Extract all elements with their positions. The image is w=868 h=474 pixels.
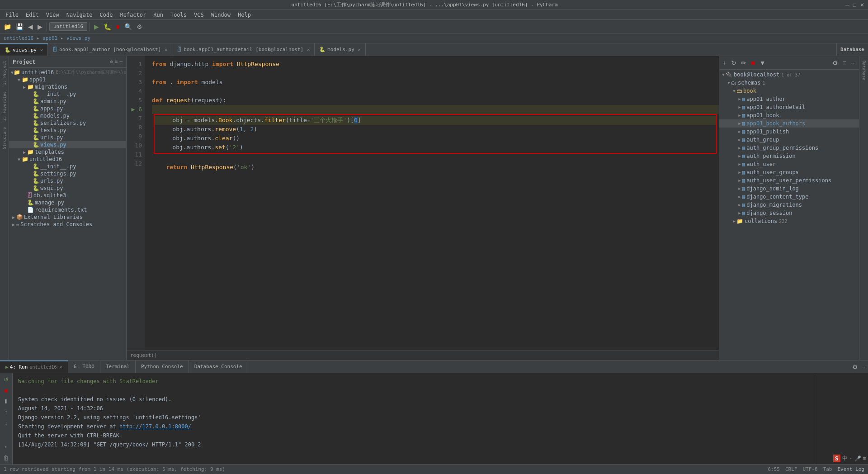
- db-edit-btn[interactable]: ✏: [739, 58, 748, 67]
- status-line-col[interactable]: 6:55: [768, 466, 780, 472]
- tree-untitled16-sub[interactable]: ▼ 📁 untitled16: [9, 156, 126, 163]
- maximize-button[interactable]: □: [853, 2, 856, 8]
- run-settings-btn[interactable]: ⚙: [850, 360, 860, 373]
- pause-btn[interactable]: ⏸: [2, 397, 11, 406]
- status-crlf[interactable]: CRLF: [785, 466, 797, 472]
- close-author-tab[interactable]: ✕: [165, 47, 167, 52]
- db-schemas[interactable]: ▼ 🗂 schemas 1: [719, 79, 859, 87]
- db-table-auth-permission[interactable]: ▶ ▦ auth_permission: [719, 152, 859, 160]
- tb-stop-btn[interactable]: ■: [114, 22, 121, 31]
- tb-open-btn[interactable]: 📁: [2, 22, 13, 31]
- db-table-app01-authordetail[interactable]: ▶ ▦ app01_authordetail: [719, 103, 859, 111]
- bottom-tab-run[interactable]: ▶ 4: Run untitled16 ✕: [0, 360, 68, 373]
- close-run-tab[interactable]: ✕: [60, 365, 62, 370]
- tree-init-app01[interactable]: 🐍 __init__.py: [9, 90, 126, 98]
- tree-settings[interactable]: 🐍 settings.py: [9, 170, 126, 177]
- db-refresh-btn[interactable]: ↻: [729, 58, 738, 67]
- close-models-tab[interactable]: ✕: [358, 47, 361, 52]
- tree-ext-libs[interactable]: ▶ 📦 External Libraries: [9, 213, 126, 221]
- db-collations[interactable]: ▶ 📁 collations 222: [719, 217, 859, 225]
- sidebar-tab-2[interactable]: 2: Favorites: [2, 89, 7, 123]
- tree-root-untitled16[interactable]: ▼ 📁 untitled16 E:\\工作\\pycharm练习课件\\unti…: [9, 69, 126, 76]
- db-table-auth-user-groups[interactable]: ▶ ▦ auth_user_groups: [719, 168, 859, 176]
- tb-run-btn[interactable]: ▶: [92, 22, 101, 31]
- tab-views-py[interactable]: 🐍 views.py ✕: [0, 43, 48, 56]
- menu-refactor[interactable]: Refactor: [116, 11, 150, 19]
- stop-btn[interactable]: ■: [2, 386, 11, 395]
- dev-server-link[interactable]: http://127.0.0.1:8000/: [119, 423, 191, 430]
- tree-urls-app01[interactable]: 🐍 urls.py: [9, 134, 126, 141]
- menu-edit[interactable]: Edit: [22, 11, 42, 19]
- tree-templates[interactable]: ▶ 📁 templates: [9, 148, 126, 156]
- status-message[interactable]: 1 row retrieved starting from 1 in 14 ms…: [4, 466, 225, 472]
- tree-models[interactable]: 🐍 models.py: [9, 112, 126, 119]
- tree-manage[interactable]: 🐍 manage.py: [9, 199, 126, 206]
- menu-code[interactable]: Code: [96, 11, 117, 19]
- tab-app01-authordetail[interactable]: 🗄 book.app01_authordetail [book@localhos…: [172, 43, 315, 56]
- run-close-btn[interactable]: ─: [860, 360, 868, 373]
- close-views-tab[interactable]: ✕: [40, 47, 43, 52]
- close-authordetail-tab[interactable]: ✕: [307, 47, 310, 52]
- right-tab-database[interactable]: Database: [861, 58, 867, 83]
- tree-wsgi[interactable]: 🐍 wsgi.py: [9, 185, 126, 192]
- clear-btn[interactable]: 🗑: [2, 453, 11, 462]
- tree-db-sqlite3[interactable]: 🗄 db.sqlite3: [9, 192, 126, 199]
- db-table-django-migrations[interactable]: ▶ ▦ django_migrations: [719, 201, 859, 209]
- menu-run[interactable]: Run: [150, 11, 167, 19]
- rerun-btn[interactable]: ↺: [2, 375, 11, 384]
- tree-serializers[interactable]: 🐍 serializers.py: [9, 119, 126, 127]
- db-table-django-content-type[interactable]: ▶ ▦ django_content_type: [719, 193, 859, 201]
- db-filter-btn[interactable]: ▼: [758, 58, 768, 67]
- tree-apps[interactable]: 🐍 apps.py: [9, 105, 126, 112]
- tb-search-btn[interactable]: 🔍: [123, 22, 134, 31]
- soft-wrap-btn[interactable]: ↵: [2, 442, 11, 451]
- db-table-app01-publish[interactable]: ▶ ▦ app01_publish: [719, 128, 859, 136]
- status-encoding[interactable]: UTF-8: [802, 466, 817, 472]
- menu-file[interactable]: File: [2, 11, 22, 19]
- tree-app01[interactable]: ▼ 📁 app01: [9, 76, 126, 83]
- db-table-django-session[interactable]: ▶ ▦ django_session: [719, 209, 859, 217]
- tb-back-btn[interactable]: ◀: [26, 22, 35, 31]
- bottom-tab-todo[interactable]: 6: TODO: [68, 360, 100, 373]
- tab-models-py[interactable]: 🐍 models.py ✕: [315, 43, 366, 56]
- menu-vcs[interactable]: VCS: [190, 11, 208, 19]
- project-gear-icon[interactable]: ⚙: [110, 59, 113, 65]
- db-book[interactable]: ▼ 🗃 book: [719, 87, 859, 95]
- tb-settings-btn[interactable]: ⚙: [135, 22, 144, 31]
- tab-app01-author[interactable]: 🗄 book.app01_author [book@localhost] ✕: [48, 43, 172, 56]
- path-app01[interactable]: app01: [42, 35, 57, 41]
- db-layout-btn[interactable]: ≡: [841, 58, 848, 67]
- tb-save-btn[interactable]: 💾: [14, 22, 25, 31]
- tb-debug-btn[interactable]: 🐛: [102, 22, 113, 31]
- db-connection[interactable]: ▼ 🔌 book@localhost 1 of 37: [719, 71, 859, 79]
- menu-navigate[interactable]: Navigate: [63, 11, 96, 19]
- db-stop-btn[interactable]: ■: [749, 58, 756, 67]
- bottom-tab-terminal[interactable]: Terminal: [100, 360, 136, 373]
- status-event-log[interactable]: Event Log: [837, 466, 864, 472]
- db-table-auth-user[interactable]: ▶ ▦ auth_user: [719, 160, 859, 168]
- sidebar-tab-1[interactable]: 1: Project: [2, 58, 7, 88]
- tree-admin[interactable]: 🐍 admin.py: [9, 98, 126, 105]
- db-table-auth-group-perms[interactable]: ▶ ▦ auth_group_permissions: [719, 144, 859, 152]
- db-table-app01-book[interactable]: ▶ ▦ app01_book: [719, 111, 859, 119]
- tree-urls-untitled16[interactable]: 🐍 urls.py: [9, 177, 126, 185]
- scroll-down-btn[interactable]: ↓: [2, 418, 11, 427]
- close-button[interactable]: ✕: [860, 2, 864, 8]
- db-table-auth-user-user-perms[interactable]: ▶ ▦ auth_user_user_permissions: [719, 176, 859, 185]
- db-table-auth-group[interactable]: ▶ ▦ auth_group: [719, 136, 859, 144]
- tree-scratches[interactable]: ▶ ✏ Scratches and Consoles: [9, 221, 126, 228]
- menu-window[interactable]: Window: [208, 11, 234, 19]
- sidebar-tab-structure[interactable]: Structure: [2, 124, 7, 152]
- tree-views[interactable]: 🐍 views.py: [9, 141, 126, 148]
- path-untitled16[interactable]: untitled16: [4, 35, 33, 41]
- db-minimize-btn[interactable]: ─: [849, 58, 857, 67]
- tree-tests[interactable]: 🐍 tests.py: [9, 127, 126, 134]
- project-minimize-icon[interactable]: ─: [119, 59, 123, 65]
- menu-help[interactable]: Help: [234, 11, 255, 19]
- tb-forward-btn[interactable]: ▶: [36, 22, 44, 31]
- code-editor[interactable]: 1 2 3 4 5 ▶ 6 7 8 9 10 11 12 from django…: [127, 56, 719, 350]
- db-table-django-admin-log[interactable]: ▶ ▦ django_admin_log: [719, 185, 859, 193]
- db-add-btn[interactable]: +: [721, 58, 728, 67]
- bottom-tab-db-console[interactable]: Database Console: [189, 360, 248, 373]
- menu-tools[interactable]: Tools: [167, 11, 190, 19]
